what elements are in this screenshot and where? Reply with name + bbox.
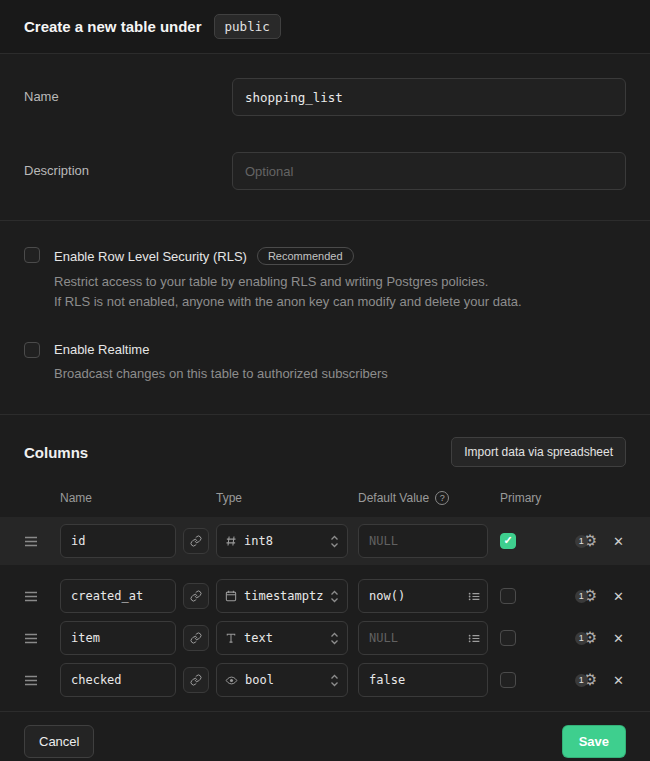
- settings-count-badge: 1: [575, 674, 588, 687]
- column-type-label: text: [244, 631, 323, 645]
- rls-description-line1: Restrict access to your table by enablin…: [54, 272, 626, 292]
- row-actions: 1 ⚙ ✕: [544, 630, 626, 646]
- foreign-key-link-button[interactable]: [183, 583, 209, 609]
- link-cell: [176, 528, 216, 554]
- primary-cell: [488, 588, 544, 604]
- default-value-cell: [358, 663, 488, 697]
- column-header-default: Default Value: [358, 491, 429, 505]
- columns-rows: int8 1 ⚙ ✕: [0, 517, 650, 701]
- columns-header-row: Name Type Default Value ? Primary: [0, 491, 650, 505]
- primary-checkbox[interactable]: [500, 533, 516, 549]
- link-cell: [176, 583, 216, 609]
- link-icon: [190, 632, 202, 644]
- description-label: Description: [24, 152, 232, 190]
- cancel-button[interactable]: Cancel: [24, 725, 94, 758]
- link-icon: [190, 535, 202, 547]
- column-settings-button[interactable]: 1 ⚙: [575, 630, 597, 646]
- default-value-cell: [358, 579, 488, 613]
- settings-count-badge: 1: [575, 590, 588, 603]
- column-header-type: Type: [216, 491, 348, 505]
- realtime-checkbox[interactable]: [24, 342, 40, 358]
- recommended-badge: Recommended: [257, 247, 354, 265]
- name-label: Name: [24, 78, 232, 116]
- primary-checkbox[interactable]: [500, 630, 516, 646]
- remove-column-button[interactable]: ✕: [613, 535, 624, 548]
- foreign-key-link-button[interactable]: [183, 528, 209, 554]
- table-options-section: Enable Row Level Security (RLS) Recommen…: [0, 221, 650, 415]
- column-row: int8 1 ⚙ ✕: [0, 517, 650, 565]
- remove-column-button[interactable]: ✕: [613, 674, 624, 687]
- column-type-label: int8: [244, 534, 323, 548]
- dialog-title: Create a new table under: [24, 18, 202, 35]
- rls-checkbox[interactable]: [24, 247, 40, 263]
- primary-checkbox[interactable]: [500, 588, 516, 604]
- dialog-footer: Cancel Save: [0, 711, 650, 761]
- column-row: bool 1 ⚙ ✕: [0, 659, 650, 701]
- default-value-input[interactable]: [358, 663, 488, 697]
- settings-count-badge: 1: [575, 535, 588, 548]
- realtime-label: Enable Realtime: [54, 342, 149, 357]
- primary-cell: [488, 630, 544, 646]
- column-header-name: Name: [60, 491, 176, 505]
- primary-cell: [488, 672, 544, 688]
- drag-handle-icon[interactable]: [24, 633, 60, 644]
- columns-head: Columns Import data via spreadsheet: [0, 437, 650, 467]
- rls-option-body: Enable Row Level Security (RLS) Recommen…: [54, 247, 626, 312]
- column-type-select[interactable]: bool: [216, 663, 348, 697]
- help-icon[interactable]: ?: [435, 491, 449, 505]
- drag-handle-icon[interactable]: [24, 675, 60, 686]
- letter-t-icon: [225, 632, 237, 644]
- eye-icon: [225, 674, 238, 687]
- table-description-input[interactable]: [232, 152, 626, 190]
- primary-checkbox[interactable]: [500, 672, 516, 688]
- columns-section: Columns Import data via spreadsheet Name…: [0, 415, 650, 711]
- hash-icon: [225, 535, 237, 547]
- column-type-select[interactable]: timestamptz: [216, 579, 348, 613]
- column-settings-button[interactable]: 1 ⚙: [575, 588, 597, 604]
- remove-column-button[interactable]: ✕: [613, 590, 624, 603]
- drag-handle-icon[interactable]: [24, 536, 60, 547]
- remove-column-button[interactable]: ✕: [613, 632, 624, 645]
- default-suggestions-button[interactable]: [468, 632, 481, 645]
- default-value-cell: [358, 621, 488, 655]
- column-name-input[interactable]: [60, 579, 176, 613]
- column-type-select[interactable]: text: [216, 621, 348, 655]
- default-suggestions-button[interactable]: [468, 590, 481, 603]
- link-cell: [176, 667, 216, 693]
- column-name-input[interactable]: [60, 524, 176, 558]
- realtime-option-body: Enable Realtime Broadcast changes on thi…: [54, 342, 626, 384]
- foreign-key-link-button[interactable]: [183, 625, 209, 651]
- column-type-select[interactable]: int8: [216, 524, 348, 558]
- link-icon: [190, 674, 202, 686]
- rls-label: Enable Row Level Security (RLS): [54, 249, 247, 264]
- row-actions: 1 ⚙ ✕: [544, 533, 626, 549]
- column-type-label: timestamptz: [244, 589, 323, 603]
- realtime-option: Enable Realtime Broadcast changes on thi…: [24, 342, 626, 384]
- select-chevrons-icon: [330, 673, 339, 688]
- description-field-row: Description: [24, 152, 626, 190]
- default-value-input[interactable]: [358, 524, 488, 558]
- foreign-key-link-button[interactable]: [183, 667, 209, 693]
- settings-count-badge: 1: [575, 632, 588, 645]
- list-icon: [468, 632, 481, 645]
- table-meta-section: Name Description: [0, 54, 650, 221]
- import-spreadsheet-button[interactable]: Import data via spreadsheet: [451, 437, 626, 467]
- column-name-input[interactable]: [60, 663, 176, 697]
- drag-handle-icon[interactable]: [24, 591, 60, 602]
- default-value-cell: [358, 524, 488, 558]
- link-icon: [190, 590, 202, 602]
- column-settings-button[interactable]: 1 ⚙: [575, 533, 597, 549]
- column-name-input[interactable]: [60, 621, 176, 655]
- table-name-input[interactable]: [232, 78, 626, 116]
- rls-option: Enable Row Level Security (RLS) Recommen…: [24, 247, 626, 312]
- column-settings-button[interactable]: 1 ⚙: [575, 672, 597, 688]
- select-chevrons-icon: [330, 534, 339, 549]
- realtime-title-row: Enable Realtime: [54, 342, 626, 357]
- row-actions: 1 ⚙ ✕: [544, 588, 626, 604]
- schema-badge: public: [214, 14, 281, 39]
- rls-description-line2: If RLS is not enabled, anyone with the a…: [54, 292, 626, 312]
- save-button[interactable]: Save: [562, 725, 626, 758]
- select-chevrons-icon: [330, 631, 339, 646]
- columns-title: Columns: [24, 444, 88, 461]
- link-cell: [176, 625, 216, 651]
